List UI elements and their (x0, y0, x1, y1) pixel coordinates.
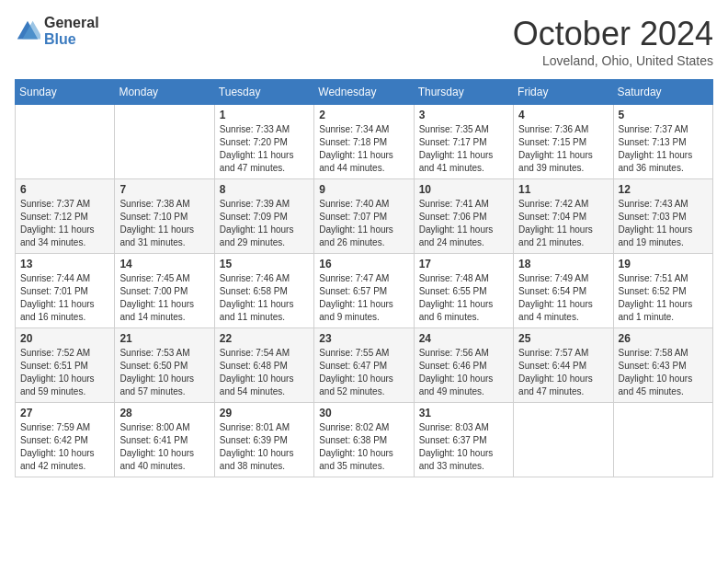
calendar-cell: 19Sunrise: 7:51 AM Sunset: 6:52 PM Dayli… (613, 254, 712, 328)
day-header-monday: Monday (115, 80, 214, 105)
day-number: 27 (20, 407, 109, 419)
calendar-cell: 3Sunrise: 7:35 AM Sunset: 7:17 PM Daylig… (414, 105, 513, 179)
calendar-cell: 8Sunrise: 7:39 AM Sunset: 7:09 PM Daylig… (214, 179, 313, 254)
day-header-tuesday: Tuesday (214, 80, 313, 105)
day-info: Sunrise: 7:41 AM Sunset: 7:06 PM Dayligh… (419, 198, 508, 249)
logo-icon (15, 18, 40, 44)
day-info: Sunrise: 7:48 AM Sunset: 6:55 PM Dayligh… (419, 272, 508, 324)
day-header-sunday: Sunday (16, 80, 115, 105)
day-info: Sunrise: 7:43 AM Sunset: 7:03 PM Dayligh… (619, 198, 708, 249)
calendar-cell: 2Sunrise: 7:34 AM Sunset: 7:18 PM Daylig… (314, 105, 414, 179)
day-number: 30 (319, 407, 408, 419)
day-number: 5 (619, 109, 708, 121)
day-info: Sunrise: 8:03 AM Sunset: 6:37 PM Dayligh… (419, 421, 508, 473)
location-title: Loveland, Ohio, United States (513, 53, 713, 68)
day-number: 13 (20, 258, 109, 270)
day-info: Sunrise: 7:37 AM Sunset: 7:12 PM Dayligh… (20, 198, 109, 249)
calendar-cell: 15Sunrise: 7:46 AM Sunset: 6:58 PM Dayli… (214, 254, 313, 328)
calendar-header-row: SundayMondayTuesdayWednesdayThursdayFrid… (16, 80, 713, 105)
day-number: 11 (518, 183, 608, 196)
day-number: 24 (419, 332, 508, 345)
day-number: 3 (419, 109, 508, 121)
day-info: Sunrise: 7:33 AM Sunset: 7:20 PM Dayligh… (220, 123, 309, 175)
day-info: Sunrise: 7:59 AM Sunset: 6:42 PM Dayligh… (20, 421, 109, 473)
day-info: Sunrise: 7:47 AM Sunset: 6:57 PM Dayligh… (319, 272, 408, 324)
day-info: Sunrise: 8:02 AM Sunset: 6:38 PM Dayligh… (319, 421, 408, 473)
calendar-cell: 18Sunrise: 7:49 AM Sunset: 6:54 PM Dayli… (514, 254, 613, 328)
page-header: General Blue October 2024 Loveland, Ohio… (15, 15, 713, 68)
day-info: Sunrise: 7:46 AM Sunset: 6:58 PM Dayligh… (220, 272, 309, 324)
calendar-cell (613, 403, 712, 477)
calendar-cell (514, 403, 613, 477)
day-info: Sunrise: 7:44 AM Sunset: 7:01 PM Dayligh… (20, 272, 109, 324)
calendar-cell: 11Sunrise: 7:42 AM Sunset: 7:04 PM Dayli… (514, 179, 613, 254)
calendar-cell: 29Sunrise: 8:01 AM Sunset: 6:39 PM Dayli… (214, 403, 313, 477)
day-number: 31 (419, 407, 508, 419)
day-number: 10 (419, 183, 508, 196)
day-info: Sunrise: 8:01 AM Sunset: 6:39 PM Dayligh… (220, 421, 309, 473)
day-info: Sunrise: 7:49 AM Sunset: 6:54 PM Dayligh… (518, 272, 608, 324)
day-header-saturday: Saturday (613, 80, 712, 105)
calendar-cell: 5Sunrise: 7:37 AM Sunset: 7:13 PM Daylig… (613, 105, 712, 179)
day-number: 19 (619, 258, 708, 270)
day-number: 25 (518, 332, 608, 345)
calendar-cell: 26Sunrise: 7:58 AM Sunset: 6:43 PM Dayli… (613, 328, 712, 403)
calendar-cell: 24Sunrise: 7:56 AM Sunset: 6:46 PM Dayli… (414, 328, 513, 403)
day-number: 28 (119, 407, 209, 419)
day-info: Sunrise: 7:37 AM Sunset: 7:13 PM Dayligh… (619, 123, 708, 175)
day-number: 20 (20, 332, 109, 345)
calendar-cell: 22Sunrise: 7:54 AM Sunset: 6:48 PM Dayli… (214, 328, 313, 403)
day-info: Sunrise: 8:00 AM Sunset: 6:41 PM Dayligh… (119, 421, 209, 473)
title-block: October 2024 Loveland, Ohio, United Stat… (513, 15, 713, 68)
day-info: Sunrise: 7:34 AM Sunset: 7:18 PM Dayligh… (319, 123, 408, 175)
day-info: Sunrise: 7:35 AM Sunset: 7:17 PM Dayligh… (419, 123, 508, 175)
day-header-friday: Friday (514, 80, 613, 105)
calendar-week-2: 6Sunrise: 7:37 AM Sunset: 7:12 PM Daylig… (16, 179, 713, 254)
logo-general-text: General (44, 15, 99, 31)
day-number: 18 (518, 258, 608, 270)
day-number: 6 (20, 183, 109, 196)
day-number: 9 (319, 183, 408, 196)
day-number: 15 (220, 258, 309, 270)
calendar-cell: 1Sunrise: 7:33 AM Sunset: 7:20 PM Daylig… (214, 105, 313, 179)
day-info: Sunrise: 7:36 AM Sunset: 7:15 PM Dayligh… (518, 123, 608, 175)
calendar-cell: 14Sunrise: 7:45 AM Sunset: 7:00 PM Dayli… (115, 254, 214, 328)
logo-blue-text: Blue (44, 31, 99, 48)
day-number: 7 (119, 183, 209, 196)
day-header-wednesday: Wednesday (314, 80, 414, 105)
day-number: 4 (518, 109, 608, 121)
calendar-cell: 21Sunrise: 7:53 AM Sunset: 6:50 PM Dayli… (115, 328, 214, 403)
day-info: Sunrise: 7:52 AM Sunset: 6:51 PM Dayligh… (20, 347, 109, 398)
day-info: Sunrise: 7:53 AM Sunset: 6:50 PM Dayligh… (119, 347, 209, 398)
day-number: 14 (119, 258, 209, 270)
calendar-cell: 6Sunrise: 7:37 AM Sunset: 7:12 PM Daylig… (16, 179, 115, 254)
calendar-cell: 4Sunrise: 7:36 AM Sunset: 7:15 PM Daylig… (514, 105, 613, 179)
day-number: 12 (619, 183, 708, 196)
calendar-cell: 20Sunrise: 7:52 AM Sunset: 6:51 PM Dayli… (16, 328, 115, 403)
day-number: 2 (319, 109, 408, 121)
day-header-thursday: Thursday (414, 80, 513, 105)
day-number: 22 (220, 332, 309, 345)
calendar-cell: 16Sunrise: 7:47 AM Sunset: 6:57 PM Dayli… (314, 254, 414, 328)
calendar-cell: 28Sunrise: 8:00 AM Sunset: 6:41 PM Dayli… (115, 403, 214, 477)
calendar-week-1: 1Sunrise: 7:33 AM Sunset: 7:20 PM Daylig… (16, 105, 713, 179)
day-number: 29 (220, 407, 309, 419)
calendar-cell: 13Sunrise: 7:44 AM Sunset: 7:01 PM Dayli… (16, 254, 115, 328)
day-info: Sunrise: 7:54 AM Sunset: 6:48 PM Dayligh… (220, 347, 309, 398)
day-number: 8 (220, 183, 309, 196)
calendar-week-3: 13Sunrise: 7:44 AM Sunset: 7:01 PM Dayli… (16, 254, 713, 328)
day-number: 23 (319, 332, 408, 345)
calendar-cell: 30Sunrise: 8:02 AM Sunset: 6:38 PM Dayli… (314, 403, 414, 477)
day-info: Sunrise: 7:42 AM Sunset: 7:04 PM Dayligh… (518, 198, 608, 249)
logo: General Blue (15, 15, 99, 47)
day-info: Sunrise: 7:39 AM Sunset: 7:09 PM Dayligh… (220, 198, 309, 249)
day-info: Sunrise: 7:56 AM Sunset: 6:46 PM Dayligh… (419, 347, 508, 398)
day-number: 17 (419, 258, 508, 270)
calendar-cell: 31Sunrise: 8:03 AM Sunset: 6:37 PM Dayli… (414, 403, 513, 477)
day-info: Sunrise: 7:58 AM Sunset: 6:43 PM Dayligh… (619, 347, 708, 398)
day-number: 21 (119, 332, 209, 345)
day-info: Sunrise: 7:40 AM Sunset: 7:07 PM Dayligh… (319, 198, 408, 249)
day-info: Sunrise: 7:57 AM Sunset: 6:44 PM Dayligh… (518, 347, 608, 398)
calendar-table: SundayMondayTuesdayWednesdayThursdayFrid… (15, 79, 713, 477)
calendar-cell: 25Sunrise: 7:57 AM Sunset: 6:44 PM Dayli… (514, 328, 613, 403)
